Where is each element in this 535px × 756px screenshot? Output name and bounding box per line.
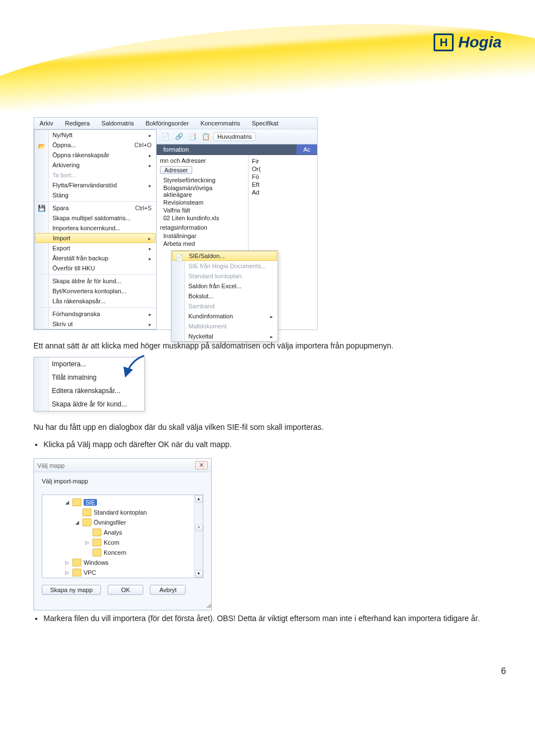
adresser-button[interactable]: Adresser: [160, 166, 192, 174]
page-header: H Hogia: [0, 0, 535, 112]
folder-tree-row[interactable]: Standard kontoplan: [42, 507, 203, 517]
tab-right[interactable]: Ac: [296, 144, 317, 154]
toolbar-dropdown[interactable]: Huvudmatris: [213, 132, 256, 141]
bullet-1: Klicka på Välj mapp och därefter OK när …: [43, 439, 502, 451]
submenu-item[interactable]: Bokslut...: [172, 291, 278, 301]
field-label: Or(: [252, 165, 314, 173]
menu-item[interactable]: Export: [35, 243, 156, 253]
new-folder-button[interactable]: Skapa ny mapp: [42, 585, 101, 595]
folder-tree-row[interactable]: ◢SIE: [42, 497, 203, 507]
submenu-item[interactable]: Standard kontoplan: [172, 271, 278, 281]
toolbar: 📄 🔗 📑 📋 Huvudmatris: [157, 129, 317, 144]
menu-item[interactable]: Skapa multipel saldomatris...: [35, 213, 156, 223]
paragraph-2: Nu har du fått upp en dialogbox där du s…: [33, 421, 502, 433]
tree-item[interactable]: Bolagsmän/övriga aktieägare: [157, 184, 248, 198]
toolbar-icon-3[interactable]: 📑: [187, 131, 198, 142]
menu-item[interactable]: 💾SparaCtrl+S: [35, 201, 156, 213]
bullet-2: Markera filen du vill importera (för det…: [43, 613, 502, 625]
submenu-item[interactable]: 📄SIE/Saldon...: [172, 251, 277, 261]
menu-item[interactable]: 📂Öppna...Ctrl+O: [35, 140, 156, 150]
context-menu-item[interactable]: Editera räkenskapsår...: [34, 384, 144, 398]
submenu-item[interactable]: SIE från Hogia Documents...: [172, 261, 278, 271]
menu-item-icon: 📂: [37, 142, 46, 151]
folder-dialog: Välj mapp ✕ Välj import-mapp ◢SIEStandar…: [33, 458, 212, 610]
brand-name: Hogia: [458, 33, 502, 51]
tree-header-1: mn och Adresser: [157, 156, 248, 165]
tree-item[interactable]: Styrelseförteckning: [157, 176, 248, 184]
dialog-title: Välj mapp: [37, 462, 65, 469]
menubar-item[interactable]: Specifikat: [246, 118, 285, 129]
menubar-item[interactable]: Koncernmatris: [195, 118, 246, 129]
menu-item[interactable]: Byt/Konvertera kontoplan...: [35, 286, 156, 296]
folder-tree-row[interactable]: ▷VPC: [42, 568, 203, 578]
field-label: Fö: [252, 173, 314, 181]
tab-left[interactable]: formation: [157, 144, 296, 154]
toolbar-icon-1[interactable]: 📄: [160, 131, 171, 142]
menu-item[interactable]: Återställ från backup: [35, 253, 156, 263]
scroll-up-icon[interactable]: ▲: [195, 495, 203, 503]
submenu-item[interactable]: Samband: [172, 301, 278, 311]
menu-item[interactable]: Import: [35, 233, 155, 243]
tree-item[interactable]: Revisionsteam: [157, 198, 248, 206]
field-label: Eft: [252, 181, 314, 188]
folder-tree-row[interactable]: Analys: [42, 527, 203, 537]
context-menu-item[interactable]: Skapa äldre år för kund...: [34, 398, 144, 411]
tree-item[interactable]: Inställningar: [157, 232, 248, 240]
close-icon[interactable]: ✕: [195, 461, 208, 469]
menu-item[interactable]: Öppna räkenskapsår: [35, 150, 156, 160]
folder-tree-row[interactable]: ▷Windows: [42, 558, 203, 568]
menu-item[interactable]: Ta bort...: [35, 170, 156, 180]
menubar-item[interactable]: Bokföringsorder: [140, 118, 195, 129]
folder-icon: [82, 508, 91, 516]
tree-item[interactable]: 02 Liten kundinfo.xls: [157, 214, 248, 222]
menubar: ArkivRedigeraSaldomatrisBokföringsorderK…: [34, 118, 317, 129]
folder-tree[interactable]: ◢SIEStandard kontoplan◢ÖvningsfilerAnaly…: [42, 495, 203, 578]
brand-logo: H Hogia: [434, 33, 502, 51]
scroll-thumb[interactable]: ≡: [195, 525, 203, 531]
tree-item[interactable]: Valfria fält: [157, 206, 248, 214]
scroll-down-icon[interactable]: ▼: [195, 570, 203, 578]
cancel-button[interactable]: Avbryt: [150, 585, 186, 595]
screenshot-menu: ArkivRedigeraSaldomatrisBokföringsorderK…: [33, 117, 318, 330]
toolbar-icon-2[interactable]: 🔗: [173, 131, 184, 142]
folder-icon: [82, 518, 91, 526]
page-number: 6: [0, 666, 535, 695]
menu-item[interactable]: Importera koncernkund...: [35, 223, 156, 233]
toolbar-icon-4[interactable]: 📋: [200, 131, 211, 142]
import-submenu: 📄SIE/Saldon...SIE från Hogia Documents..…: [171, 250, 278, 342]
folder-tree-row[interactable]: ▷Kcom: [42, 537, 203, 547]
submenu-item[interactable]: Kundinformation: [172, 311, 278, 321]
menubar-item[interactable]: Redigera: [59, 118, 96, 129]
folder-tree-row[interactable]: ◢Övningsfiler: [42, 517, 203, 527]
menubar-item[interactable]: Arkiv: [34, 118, 59, 129]
menu-item[interactable]: Lås räkenskapsår...: [35, 296, 156, 306]
scrollbar[interactable]: ▲ ≡ ▼: [194, 495, 203, 578]
menu-item[interactable]: Ny/Nytt: [35, 130, 156, 140]
menu-item[interactable]: Skriv ut: [35, 319, 156, 329]
field-label: Ad: [252, 188, 314, 196]
field-label: Fir: [252, 157, 314, 165]
submenu-item[interactable]: Nyckeltal: [172, 331, 278, 341]
menu-item[interactable]: Överför till HKU: [35, 263, 156, 273]
menu-item[interactable]: Skapa äldre år för kund...: [35, 274, 156, 286]
tree-header-2: retagsinformation: [157, 223, 248, 232]
folder-tree-row[interactable]: Koncern: [42, 547, 203, 558]
resize-grip-icon[interactable]: ◢: [34, 602, 211, 610]
folder-icon: [72, 569, 81, 576]
folder-icon: [72, 498, 81, 506]
menu-item-icon: 💾: [37, 203, 46, 212]
paragraph-1: Ett annat sätt är att klicka med höger m…: [33, 340, 502, 351]
folder-icon: [93, 549, 101, 556]
menubar-item[interactable]: Saldomatris: [96, 118, 140, 129]
tree-item[interactable]: Arbeta med: [157, 240, 248, 248]
folder-icon: [72, 559, 81, 566]
folder-icon: [93, 529, 101, 536]
menu-item[interactable]: Förhandsgranska: [35, 307, 156, 319]
menu-item[interactable]: Stäng: [35, 190, 156, 200]
menu-item[interactable]: Arkivering: [35, 160, 156, 170]
submenu-item[interactable]: Saldon från Excel...: [172, 281, 278, 291]
dialog-subtitle: Välj import-mapp: [42, 478, 203, 484]
ok-button[interactable]: OK: [108, 585, 143, 595]
menu-item[interactable]: Flytta/Fleranvändarstöd: [35, 180, 156, 190]
submenu-item[interactable]: Malldokument: [172, 321, 278, 331]
